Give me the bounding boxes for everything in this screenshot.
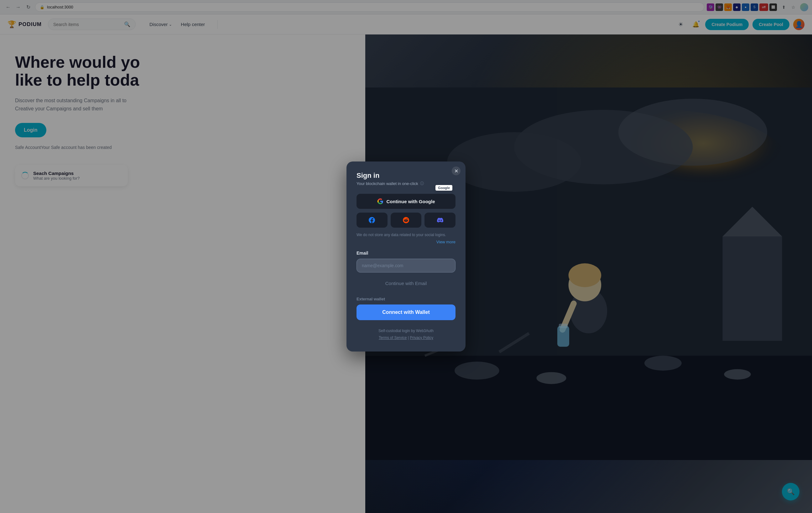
- terms-of-service-link[interactable]: Terms of Service: [379, 335, 407, 340]
- modal-overlay[interactable]: ✕ Sign in Your blockchain wallet in one-…: [0, 0, 812, 513]
- email-label: Email: [356, 250, 456, 255]
- discord-icon: [437, 217, 443, 223]
- discord-signin-button[interactable]: [425, 213, 456, 228]
- modal-footer: Self-custodial login by Web3Auth Terms o…: [356, 328, 456, 341]
- view-more-link[interactable]: View more: [356, 240, 456, 244]
- footer-line1: Self-custodial login by Web3Auth: [356, 328, 456, 334]
- connect-wallet-button[interactable]: Connect with Wallet: [356, 304, 456, 320]
- google-logo: [377, 198, 383, 205]
- reddit-icon: [403, 217, 409, 223]
- google-signin-button[interactable]: Google Continue with Google: [356, 194, 456, 209]
- facebook-signin-button[interactable]: [356, 213, 387, 228]
- social-note: We do not store any data related to your…: [356, 233, 456, 237]
- modal-close-button[interactable]: ✕: [452, 166, 461, 175]
- close-icon: ✕: [454, 168, 458, 174]
- modal-subtitle: Your blockchain wallet in one-click ⓘ: [356, 181, 456, 186]
- reddit-signin-button[interactable]: [390, 213, 422, 228]
- external-wallet-label: External wallet: [356, 297, 456, 301]
- email-input[interactable]: [356, 259, 456, 272]
- continue-email-button[interactable]: Continue with Email: [356, 276, 456, 290]
- modal-title: Sign in: [356, 171, 456, 180]
- privacy-policy-link[interactable]: Privacy Policy: [410, 335, 433, 340]
- facebook-icon: [369, 217, 375, 223]
- info-icon[interactable]: ⓘ: [420, 181, 424, 186]
- signin-modal: ✕ Sign in Your blockchain wallet in one-…: [346, 161, 466, 351]
- social-buttons-row: [356, 213, 456, 228]
